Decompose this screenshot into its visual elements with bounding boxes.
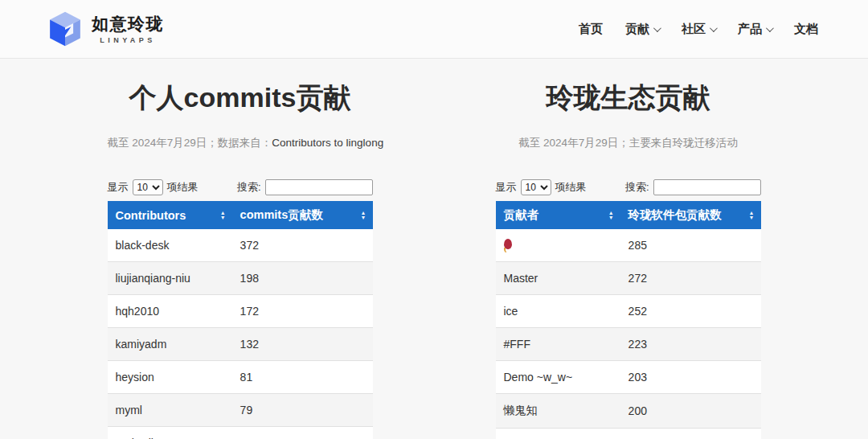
chevron-down-icon xyxy=(766,24,774,32)
commits-table: Contributors▲▼ commits贡献数▲▼ black-desk37… xyxy=(108,201,373,439)
nav-label: 社区 xyxy=(682,22,706,37)
sort-icon: ▲▼ xyxy=(749,211,755,220)
nav-label: 首页 xyxy=(579,22,603,37)
table-row: 懒鬼知200 xyxy=(496,394,761,429)
contributor-cell: kamiyadm xyxy=(108,328,232,361)
chevron-down-icon xyxy=(710,24,718,32)
chevron-down-icon xyxy=(653,24,661,32)
balloon-emoji-icon xyxy=(504,239,512,249)
table-controls: 显示 10 项结果 搜索: xyxy=(108,179,373,195)
length-label-after: 项结果 xyxy=(167,180,199,195)
column-header-package-count[interactable]: 玲珑软件包贡献数▲▼ xyxy=(620,201,761,229)
main-nav: 首页 贡献 社区 产品 文档 xyxy=(579,22,818,37)
table-row: bluewhale153 xyxy=(496,429,761,439)
count-cell: 153 xyxy=(620,429,761,439)
count-cell: 79 xyxy=(232,394,373,427)
table-header-row: 贡献者▲▼ 玲珑软件包贡献数▲▼ xyxy=(496,201,761,229)
table-row: Demo ~w_w~203 xyxy=(496,361,761,394)
page-length-control: 显示 10 项结果 xyxy=(496,179,587,195)
table-row: kamiyadm132 xyxy=(108,328,373,361)
column-header-contributor[interactable]: 贡献者▲▼ xyxy=(496,201,620,229)
brand-tagline: LINYAPS xyxy=(100,36,156,44)
table-row: liujianqiang-niu198 xyxy=(108,262,373,295)
search-label: 搜索: xyxy=(625,180,649,195)
nav-item-community[interactable]: 社区 xyxy=(682,22,715,37)
count-cell: 172 xyxy=(232,295,373,328)
nav-item-products[interactable]: 产品 xyxy=(738,22,772,37)
count-cell: 285 xyxy=(620,229,761,262)
nav-label: 文档 xyxy=(794,22,818,37)
table-search-input[interactable] xyxy=(265,179,373,195)
table-row: heysion81 xyxy=(108,361,373,394)
contributor-cell: Demo ~w_w~ xyxy=(496,361,620,394)
length-label-before: 显示 xyxy=(496,180,517,195)
sort-icon: ▲▼ xyxy=(361,211,366,220)
table-row: Master272 xyxy=(496,262,761,295)
contributor-cell xyxy=(496,229,620,262)
contributor-cell: #FFF xyxy=(496,328,620,361)
ecosystem-contribution-section: 玲珑生态贡献 截至 2024年7月29日；主要来自玲珑迁移活动 显示 10 项结… xyxy=(496,80,761,439)
section-title: 玲珑生态贡献 xyxy=(496,80,761,115)
nav-item-home[interactable]: 首页 xyxy=(579,22,603,37)
contributor-cell: liujianqiang-niu xyxy=(108,262,232,295)
table-row: realwujing68 xyxy=(108,427,373,439)
brand-cube-icon xyxy=(47,10,84,47)
sort-icon: ▲▼ xyxy=(608,211,614,220)
column-header-contributors[interactable]: Contributors▲▼ xyxy=(108,201,232,229)
page-size-select[interactable]: 10 xyxy=(521,179,551,195)
table-controls: 显示 10 项结果 搜索: xyxy=(496,179,761,195)
count-cell: 372 xyxy=(232,229,373,262)
length-label-before: 显示 xyxy=(108,180,129,195)
section-subtitle: 截至 2024年7月29日；主要来自玲珑迁移活动 xyxy=(496,136,761,150)
brand-text: 如意玲珑 LINYAPS xyxy=(92,14,164,44)
nav-item-contributions[interactable]: 贡献 xyxy=(625,22,659,37)
nav-label: 产品 xyxy=(738,22,762,37)
subtitle-text: 截至 2024年7月29日；数据来自： xyxy=(108,137,272,149)
table-row: black-desk372 xyxy=(108,229,373,262)
contributor-cell: realwujing xyxy=(108,427,232,439)
contributor-cell: black-desk xyxy=(108,229,232,262)
count-cell: 252 xyxy=(620,295,761,328)
table-search-control: 搜索: xyxy=(625,179,761,195)
nav-item-docs[interactable]: 文档 xyxy=(794,22,818,37)
count-cell: 198 xyxy=(232,262,373,295)
subtitle-text: 截至 2024年7月29日；主要来自玲珑迁移活动 xyxy=(518,137,737,149)
contributor-cell: bluewhale xyxy=(496,429,620,439)
nav-label: 贡献 xyxy=(625,22,649,37)
table-row: ice252 xyxy=(496,295,761,328)
contributor-cell: heysion xyxy=(108,361,232,394)
table-search-control: 搜索: xyxy=(237,179,373,195)
count-cell: 203 xyxy=(620,361,761,394)
brand-name: 如意玲珑 xyxy=(92,14,164,34)
site-header: 如意玲珑 LINYAPS 首页 贡献 社区 产品 文档 xyxy=(0,0,868,59)
commits-contribution-section: 个人commits贡献 截至 2024年7月29日；数据来自：Contribut… xyxy=(108,80,373,439)
contributor-cell: ice xyxy=(496,295,620,328)
section-title: 个人commits贡献 xyxy=(108,80,373,115)
contributor-cell: 懒鬼知 xyxy=(496,394,620,429)
count-cell: 272 xyxy=(620,262,761,295)
count-cell: 132 xyxy=(232,328,373,361)
contributor-cell: myml xyxy=(108,394,232,427)
contributor-cell: hqh2010 xyxy=(108,295,232,328)
ecosystem-table: 贡献者▲▼ 玲珑软件包贡献数▲▼ 285 Master272 ice252 #F… xyxy=(496,201,761,439)
table-search-input[interactable] xyxy=(653,179,761,195)
search-label: 搜索: xyxy=(237,180,261,195)
sort-icon: ▲▼ xyxy=(220,211,226,220)
column-header-commit-count[interactable]: commits贡献数▲▼ xyxy=(232,201,373,229)
page-length-control: 显示 10 项结果 xyxy=(108,179,199,195)
brand-logo[interactable]: 如意玲珑 LINYAPS xyxy=(47,10,164,47)
main-content: 个人commits贡献 截至 2024年7月29日；数据来自：Contribut… xyxy=(0,59,868,439)
page-size-select[interactable]: 10 xyxy=(133,179,163,195)
table-row: 285 xyxy=(496,229,761,262)
count-cell: 81 xyxy=(232,361,373,394)
table-header-row: Contributors▲▼ commits贡献数▲▼ xyxy=(108,201,373,229)
count-cell: 68 xyxy=(232,427,373,439)
count-cell: 223 xyxy=(620,328,761,361)
table-row: #FFF223 xyxy=(496,328,761,361)
contributor-cell: Master xyxy=(496,262,620,295)
count-cell: 200 xyxy=(620,394,761,429)
data-source-link[interactable]: Contributors to linglong xyxy=(272,137,383,149)
table-row: hqh2010172 xyxy=(108,295,373,328)
table-row: myml79 xyxy=(108,394,373,427)
length-label-after: 项结果 xyxy=(555,180,587,195)
